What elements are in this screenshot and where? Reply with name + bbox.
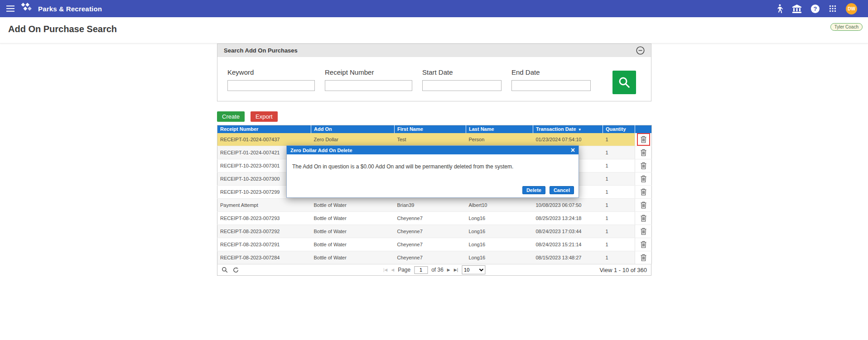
delete-button[interactable]: Delete [522, 186, 545, 194]
receipt-number-field: Receipt Number [325, 68, 412, 91]
help-button[interactable]: ? [811, 5, 820, 13]
delete-row-button[interactable] [638, 226, 649, 237]
receipt-number-input[interactable] [325, 80, 412, 91]
modal-title: Zero Dollar Add On Delete [290, 148, 352, 153]
trash-icon [641, 215, 646, 222]
cell-last-name: Long16 [466, 225, 533, 238]
search-panel-header: Search Add On Purchases [217, 44, 651, 57]
search-panel-title: Search Add On Purchases [224, 47, 298, 54]
modal-header: Zero Dollar Add On Delete × [287, 146, 579, 154]
delete-row-button[interactable] [638, 252, 649, 263]
cell-quantity: 1 [603, 186, 635, 199]
trash-icon [641, 149, 646, 156]
user-avatar[interactable]: DW [846, 3, 857, 14]
apps-grid-icon [829, 5, 836, 12]
small-search-icon [222, 267, 228, 273]
pedestrian-access-button[interactable] [776, 4, 783, 14]
cell-receipt-number: RECEIPT-08-2023-007293 [217, 212, 311, 225]
column-label: Transaction Date [536, 126, 576, 132]
cell-receipt-number: RECEIPT-08-2023-007284 [217, 251, 311, 264]
sort-desc-icon: ▼ [578, 128, 582, 132]
page-number-input[interactable] [414, 266, 428, 274]
delete-row-button[interactable] [638, 187, 649, 197]
cell-last-name: Long16 [466, 212, 533, 225]
cell-transaction-date: 08/24/2023 15:21:14 [533, 238, 603, 251]
delete-row-button[interactable] [638, 147, 649, 158]
grid-search-toggle-button[interactable] [222, 267, 228, 273]
close-icon: × [571, 146, 575, 154]
pedestrian-icon [776, 4, 783, 14]
end-date-field: End Date [511, 68, 591, 91]
cell-actions [635, 133, 652, 146]
cell-receipt-number: RECEIPT-08-2023-007292 [217, 225, 311, 238]
table-row[interactable]: RECEIPT-08-2023-007291 Bottle of Water C… [217, 238, 652, 251]
start-date-input[interactable] [422, 80, 502, 91]
collapse-panel-button[interactable] [636, 46, 645, 55]
last-page-button[interactable]: ▶| [454, 268, 458, 272]
cell-transaction-date: 10/08/2023 06:07:50 [533, 199, 603, 212]
export-button[interactable]: Export [251, 111, 278, 122]
cell-actions [635, 186, 652, 199]
trash-icon [641, 241, 646, 248]
next-page-button[interactable]: ▶ [447, 268, 450, 272]
delete-row-button[interactable] [638, 173, 649, 184]
table-row[interactable]: RECEIPT-08-2023-007293 Bottle of Water C… [217, 212, 652, 225]
delete-row-button[interactable] [638, 239, 649, 250]
table-row[interactable]: RECEIPT-08-2023-007292 Bottle of Water C… [217, 225, 652, 238]
close-button[interactable]: × [571, 147, 575, 154]
institution-button[interactable] [792, 5, 801, 13]
total-pages-label: of 36 [431, 267, 444, 273]
cell-receipt-number: RECEIPT-08-2023-007291 [217, 238, 311, 251]
cell-transaction-date: 01/23/2024 07:54:10 [533, 133, 603, 146]
column-header-quantity[interactable]: Quantity [603, 125, 635, 133]
navbar-actions: ? DW [776, 3, 862, 14]
end-date-input[interactable] [511, 80, 591, 91]
prev-page-button[interactable]: ◀ [391, 268, 394, 272]
top-navbar: Parks & Recreation ? DW [0, 0, 868, 17]
cell-first-name: Cheyenne7 [395, 251, 466, 264]
refresh-button[interactable] [233, 267, 239, 273]
cell-transaction-date: 08/24/2023 17:03:44 [533, 225, 603, 238]
create-button[interactable]: Create [217, 111, 245, 122]
table-row[interactable]: Payment Attempt Bottle of Water Brian39 … [217, 199, 652, 212]
cell-quantity: 1 [603, 159, 635, 172]
cell-actions [635, 146, 652, 159]
cell-actions [635, 225, 652, 238]
cell-add-on: Bottle of Water [311, 238, 395, 251]
cell-add-on: Bottle of Water [311, 199, 395, 212]
modal-footer: Delete Cancel [522, 186, 574, 194]
delete-row-button[interactable] [638, 213, 649, 224]
apps-button[interactable] [829, 5, 836, 12]
page-size-select[interactable]: 10 [462, 265, 485, 274]
cell-actions [635, 172, 652, 186]
table-row[interactable]: RECEIPT-01-2024-007437 Zero Dollar Test … [217, 133, 652, 146]
keyword-label: Keyword [227, 68, 315, 76]
column-header-transaction-date[interactable]: Transaction Date▼ [533, 125, 603, 133]
table-footer: |◀ ◀ Page of 36 ▶ ▶| 10 View 1 - 10 of 3… [217, 264, 651, 276]
cell-transaction-date: 08/25/2023 13:24:18 [533, 212, 603, 225]
cell-first-name: Cheyenne7 [395, 212, 466, 225]
delete-row-button[interactable] [638, 134, 649, 145]
column-header-first-name[interactable]: First Name [395, 125, 466, 133]
delete-row-button[interactable] [638, 160, 649, 171]
cell-quantity: 1 [603, 238, 635, 251]
cell-first-name: Test [395, 133, 466, 146]
app-logo-icon [19, 2, 33, 15]
menu-button[interactable] [6, 5, 14, 12]
results-summary: View 1 - 10 of 360 [599, 267, 647, 273]
column-header-add-on[interactable]: Add On [311, 125, 395, 133]
cell-receipt-number: Payment Attempt [217, 199, 311, 212]
table-row[interactable]: RECEIPT-08-2023-007284 Bottle of Water C… [217, 251, 652, 264]
search-button[interactable] [612, 71, 636, 94]
delete-row-button[interactable] [638, 200, 649, 211]
grid-actions: Create Export [217, 111, 651, 122]
first-page-button[interactable]: |◀ [383, 268, 387, 272]
help-icon: ? [811, 5, 820, 13]
cell-last-name: Albert10 [466, 199, 533, 212]
cancel-button[interactable]: Cancel [550, 186, 574, 194]
keyword-input[interactable] [227, 80, 315, 91]
cell-actions [635, 238, 652, 251]
minus-circle-icon [636, 46, 645, 55]
column-header-last-name[interactable]: Last Name [466, 125, 533, 133]
column-header-receipt-number[interactable]: Receipt Number [217, 125, 311, 133]
